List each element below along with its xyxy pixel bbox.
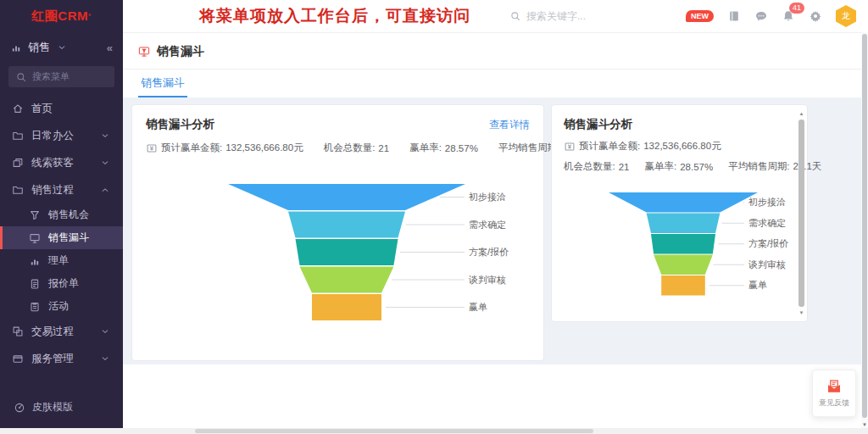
sidebar-menu-header[interactable]: 销售 «	[0, 32, 123, 60]
funnel-segment-1[interactable]	[609, 192, 758, 213]
funnel-stage-label: 初步接洽	[468, 192, 506, 202]
panel-scrollbar[interactable]: ▲ ▼	[798, 110, 805, 316]
funnel-segment-4[interactable]	[654, 255, 713, 275]
notebook-icon[interactable]	[727, 9, 741, 23]
sidebar-item-daily-office[interactable]: 日常办公	[0, 122, 123, 149]
sidebar-item-label: 首页	[31, 102, 53, 116]
funnel-stage-label: 需求确定	[469, 220, 506, 230]
sidebar-item-order-sorting[interactable]: 理单	[0, 249, 123, 272]
barchart-icon	[29, 255, 41, 267]
view-details-link[interactable]: 查看详情	[489, 118, 530, 132]
sales-funnel-chart-small: 初步接洽需求确定方案/报价谈判审核赢单	[564, 185, 794, 303]
stat-opportunity-count: 机会总数量: 21	[324, 142, 390, 154]
funnel-segment-3[interactable]	[651, 234, 715, 254]
sidebar: 红圈CRM° 销售 « 搜索菜单 首页日常办公线索获客销售过程销售机会销售漏斗理…	[0, 0, 123, 428]
quote-icon	[29, 278, 41, 290]
funnel-segment-4[interactable]	[300, 267, 394, 293]
chevron-down-icon[interactable]	[56, 42, 68, 53]
funnel-segment-5[interactable]	[312, 294, 381, 320]
app-logo: 红圈CRM°	[0, 0, 123, 32]
funnel-stage-label: 方案/报价	[469, 247, 509, 257]
funnel-segment-2[interactable]	[288, 212, 405, 238]
sidebar-item-label: 销售过程	[31, 183, 74, 198]
global-search-placeholder: 搜索关键字...	[526, 9, 586, 24]
announcement-text: 将菜单项放入工作台后，可直接访问	[199, 5, 470, 27]
search-icon	[509, 10, 521, 22]
funnel-stage-label: 谈判审核	[748, 259, 786, 270]
layers-icon	[12, 157, 24, 169]
sidebar-search-placeholder: 搜索菜单	[32, 70, 70, 83]
sidebar-item-label: 报价单	[48, 276, 79, 291]
envelope-icon	[826, 378, 843, 395]
sidebar-item-service-management[interactable]: 服务管理	[0, 345, 123, 372]
tab-sales-funnel[interactable]: 销售漏斗	[138, 70, 187, 97]
scroll-down-arrow-icon[interactable]: ▼	[798, 309, 805, 316]
sidebar-item-sales-funnel[interactable]: 销售漏斗	[0, 226, 123, 249]
funnel-segment-3[interactable]	[296, 239, 398, 265]
logo-sup: °	[88, 13, 92, 20]
page-title: 销售漏斗	[157, 44, 204, 59]
topbar-icons: NEW 41 龙	[686, 5, 868, 27]
funnel-stage-label: 赢单	[748, 280, 767, 290]
chevron-down-icon	[99, 353, 111, 364]
panel-title: 销售漏斗分析	[564, 117, 632, 132]
funnel-segment-2[interactable]	[647, 214, 721, 234]
logo-text: 红圈CRM	[31, 8, 88, 25]
sidebar-search-input[interactable]: 搜索菜单	[8, 66, 114, 87]
stat-expected-win-amount: 预计赢单金额: 132,536,666.80元	[564, 140, 721, 153]
feedback-label: 意见反馈	[819, 398, 849, 409]
sidebar-item-lead-acquisition[interactable]: 线索获客	[0, 149, 123, 176]
page-vertical-scrollbar[interactable]: ▼	[861, 32, 868, 428]
scroll-up-arrow-icon[interactable]: ▲	[798, 110, 805, 117]
sidebar-item-quotation[interactable]: 报价单	[0, 272, 123, 295]
tab-bar: 销售漏斗	[123, 70, 868, 97]
funnel-panel-left: 销售漏斗分析 查看详情 预计赢单金额: 132,536,666.80元机会总数量…	[131, 104, 544, 361]
chevron-down-icon	[99, 326, 111, 337]
sales-funnel-page-icon	[138, 46, 150, 58]
sales-module-icon	[10, 42, 22, 53]
funnel-segment-5[interactable]	[661, 275, 705, 296]
stat-expected-win-amount: 预计赢单金额: 132,536,666.80元	[146, 142, 303, 154]
skin-template-button[interactable]: 皮肤模版	[0, 392, 123, 428]
page-title-row: 销售漏斗	[123, 33, 868, 70]
sidebar-item-label: 销售机会	[48, 208, 89, 222]
notifications-button[interactable]: 41	[782, 9, 795, 23]
global-search-input[interactable]: 搜索关键字...	[509, 9, 586, 24]
sidebar-item-home[interactable]: 首页	[0, 95, 123, 122]
funnel-stage-label: 赢单	[469, 302, 487, 312]
scrollbar-thumb[interactable]	[862, 34, 867, 418]
sidebar-item-sales-process[interactable]: 销售过程	[0, 176, 123, 203]
avatar[interactable]: 龙	[836, 5, 856, 27]
stat-win-rate: 赢单率: 28.57%	[409, 142, 478, 154]
sidebar-menu-title: 销售	[28, 40, 50, 55]
skin-template-label: 皮肤模版	[32, 400, 73, 415]
stats-row: 预计赢单金额: 132,536,666.80元机会总数量: 21赢单率: 28.…	[146, 142, 530, 154]
sidebar-item-sales-opportunity[interactable]: 销售机会	[0, 203, 123, 226]
chevron-down-icon	[99, 130, 111, 142]
page-horizontal-scrollbar[interactable]	[0, 428, 868, 434]
funnel-stage-label: 谈判审核	[468, 275, 506, 285]
content-area: 销售漏斗分析 查看详情 预计赢单金额: 132,536,666.80元机会总数量…	[123, 97, 868, 364]
feedback-button[interactable]: 意见反馈	[812, 370, 856, 417]
sidebar-collapse-button[interactable]: «	[107, 42, 113, 54]
scroll-down-arrow-icon[interactable]: ▼	[861, 422, 868, 427]
funnel-segment-1[interactable]	[228, 184, 465, 210]
chevron-up-icon	[99, 184, 111, 196]
money-icon	[146, 142, 158, 154]
funnel-stage-label: 初步接洽	[748, 197, 786, 207]
scrollbar-thumb[interactable]	[195, 429, 593, 433]
funnel-stage-label: 需求确定	[748, 218, 786, 228]
messages-icon[interactable]	[754, 9, 768, 23]
stats-row: 机会总数量: 21赢单率: 28.57%平均销售周期: 25.1天	[564, 160, 795, 173]
sidebar-nav: 首页日常办公线索获客销售过程销售机会销售漏斗理单报价单活动交易过程服务管理	[0, 95, 123, 392]
gear-icon[interactable]	[809, 9, 822, 23]
money-icon	[564, 141, 576, 153]
chevron-down-icon	[99, 157, 111, 169]
stat-avg-sales-cycle: 平均销售周期: 25.1天	[728, 160, 821, 173]
scrollbar-thumb[interactable]	[798, 120, 804, 307]
sidebar-item-transaction-process[interactable]: 交易过程	[0, 318, 123, 345]
new-badge[interactable]: NEW	[686, 10, 714, 22]
sidebar-item-activity[interactable]: 活动	[0, 295, 123, 318]
activity-icon	[29, 301, 41, 313]
footer-area: 意见反馈	[123, 364, 868, 428]
